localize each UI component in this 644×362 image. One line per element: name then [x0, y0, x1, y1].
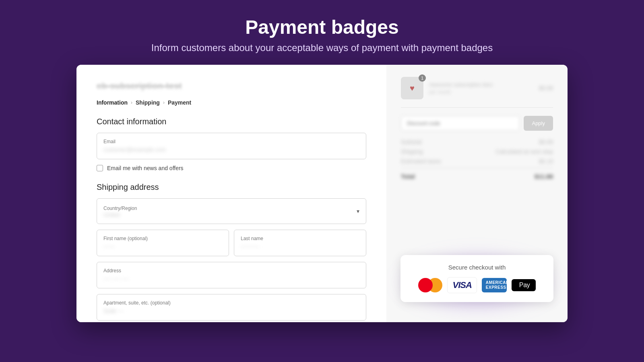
address-value: ---- ---- ----	[103, 276, 129, 282]
name-row: First name (optional) ------ Last name -…	[97, 230, 366, 256]
apply-promo-button[interactable]: Apply	[524, 116, 553, 131]
payment-badges-card: Secure checkout with VISA AMERICAN EXPRE…	[400, 255, 553, 302]
breadcrumb-information[interactable]: Information	[97, 99, 128, 106]
total-label: Total	[401, 173, 415, 180]
order-summary-panel: ♥ 1 Awesome subscription item per month …	[386, 65, 568, 322]
store-name: cb-subscription-test	[97, 81, 366, 91]
email-optin-label: Email me with news and offers	[107, 165, 184, 171]
subtotal-row: Subtotal $9.99	[401, 139, 553, 145]
order-item-name: Awesome subscription item	[429, 82, 533, 88]
email-label: Email	[103, 139, 359, 144]
apartment-value: Suite ---	[103, 308, 124, 314]
subtotal-value: $9.99	[539, 139, 553, 145]
apple-pay-badge: Pay	[512, 279, 536, 291]
first-name-field[interactable]: First name (optional) ------	[97, 230, 229, 256]
page-subtitle: Inform customers about your acceptable w…	[48, 42, 596, 53]
visa-badge: VISA	[447, 277, 477, 293]
total-value: $11.88	[535, 173, 553, 180]
checkout-window: cb-subscription-test Information › Shipp…	[76, 65, 568, 322]
visa-text: VISA	[452, 280, 471, 290]
total-row: Total $11.88	[401, 168, 553, 180]
country-label: Country/Region	[103, 206, 137, 211]
first-name-label: First name (optional)	[103, 236, 222, 241]
last-name-field[interactable]: Last name ----------	[234, 230, 366, 256]
page-header: Payment badges Inform customers about yo…	[48, 16, 596, 53]
email-optin-row: Email me with news and offers	[97, 165, 366, 171]
page-title: Payment badges	[48, 16, 596, 38]
amex-bottom-text: EXPRESS	[486, 285, 503, 290]
breadcrumb-sep-2: ›	[163, 100, 165, 105]
email-optin-checkbox[interactable]	[97, 165, 103, 171]
order-item-sub: per month	[429, 89, 533, 95]
order-item-image: ♥ 1	[401, 77, 423, 99]
country-select[interactable]: Country/Region United ▾	[97, 198, 366, 224]
shipping-label: Shipping	[401, 148, 423, 155]
order-item-badge: 1	[419, 74, 426, 82]
email-value: customer@example.com	[103, 146, 166, 153]
order-summary-rows: Subtotal $9.99 Shipping Calculated at ne…	[401, 139, 553, 180]
contact-section-title: Contact information	[97, 117, 366, 126]
amex-badge: AMERICAN EXPRESS	[482, 278, 507, 292]
mastercard-badge	[418, 278, 442, 292]
amex-top-text: AMERICAN	[486, 280, 503, 285]
breadcrumb-shipping[interactable]: Shipping	[136, 99, 160, 106]
subtotal-label: Subtotal	[401, 139, 421, 145]
chevron-down-icon: ▾	[357, 208, 359, 214]
shipping-section-title: Shipping address	[97, 183, 366, 192]
apartment-field[interactable]: Apartment, suite, etc. (optional) Suite …	[97, 294, 366, 321]
promo-input[interactable]	[401, 116, 520, 131]
breadcrumb-payment[interactable]: Payment	[168, 99, 191, 106]
last-name-label: Last name	[241, 236, 359, 241]
breadcrumb-sep-1: ›	[131, 100, 132, 105]
order-item-price: $9.99	[539, 85, 553, 91]
heart-icon: ♥	[410, 84, 415, 93]
address-label: Address	[103, 268, 359, 274]
last-name-value: ----------	[241, 243, 260, 250]
apple-pay-text: Pay	[519, 282, 530, 289]
shipping-row: Shipping Calculated at next step	[401, 148, 553, 155]
shipping-value: Calculated at next step	[496, 148, 553, 155]
tax-row: Estimated taxes $0.19	[401, 158, 553, 165]
payment-icons: VISA AMERICAN EXPRESS Pay	[417, 277, 537, 293]
first-name-value: ------	[103, 243, 115, 250]
tax-label: Estimated taxes	[401, 158, 441, 165]
order-item-details: Awesome subscription item per month	[429, 82, 533, 95]
email-field[interactable]: Email customer@example.com	[97, 133, 366, 159]
order-item: ♥ 1 Awesome subscription item per month …	[401, 77, 553, 108]
promo-row: Apply	[401, 116, 553, 131]
breadcrumb: Information › Shipping › Payment	[97, 99, 366, 106]
payment-badges-label: Secure checkout with	[417, 264, 537, 271]
address-field[interactable]: Address ---- ---- ----	[97, 262, 366, 288]
checkout-form-panel: cb-subscription-test Information › Shipp…	[76, 65, 386, 322]
tax-value: $0.19	[539, 158, 553, 165]
apartment-label: Apartment, suite, etc. (optional)	[103, 300, 359, 306]
country-value: United	[103, 212, 137, 218]
